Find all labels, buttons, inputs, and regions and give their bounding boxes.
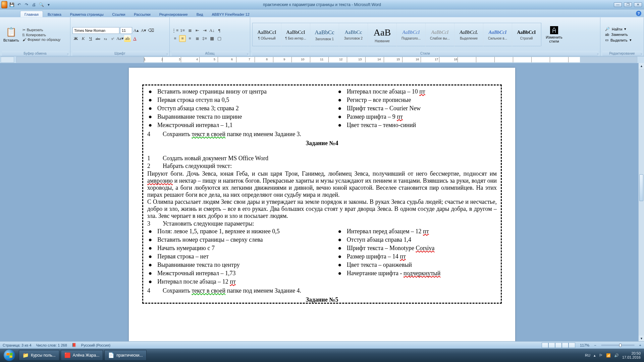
font-size-select[interactable]: 11: [120, 27, 132, 34]
tray-language[interactable]: RU: [585, 353, 590, 357]
select-button[interactable]: ▭Выделить ▾: [605, 38, 632, 42]
underline-button[interactable]: Ч: [87, 35, 94, 42]
scroll-up-button[interactable]: ▲: [639, 63, 644, 69]
status-page[interactable]: Страница: 3 из 4: [3, 343, 32, 347]
view-buttons[interactable]: [542, 343, 575, 348]
list-item: ●Вставить номер страницы – сверху слева: [147, 236, 323, 243]
group-styles-label: Стили: [252, 51, 598, 56]
taskbar-item-2[interactable]: 📄практически...: [104, 350, 146, 361]
justify-button[interactable]: ≣: [194, 35, 201, 42]
redo-button[interactable]: ↷: [23, 2, 30, 8]
tab-page-layout[interactable]: Разметка страницы: [66, 11, 108, 17]
copy-button[interactable]: ⎘Копировать: [22, 33, 61, 37]
borders-button[interactable]: ▢: [216, 35, 223, 42]
tab-view[interactable]: Вид: [193, 11, 207, 17]
undo-button[interactable]: ↶: [16, 2, 22, 8]
font-color-button[interactable]: A: [131, 35, 138, 42]
scroll-down-button[interactable]: ▼: [639, 336, 644, 341]
font-family-select[interactable]: Times New Roman: [72, 27, 119, 34]
clear-formatting-button[interactable]: ⌫: [148, 27, 154, 34]
tab-review[interactable]: Рецензирование: [155, 11, 192, 17]
list-item: ●Интервал после абзаца – 10 пт: [337, 88, 497, 95]
tab-references[interactable]: Ссылки: [108, 11, 129, 17]
paste-button[interactable]: 📋 Вставить: [2, 25, 20, 44]
format-painter-button[interactable]: 🖌Формат по образцу: [22, 38, 61, 42]
zoom-value[interactable]: 117%: [580, 343, 589, 347]
tab-abbyy[interactable]: ABBYY FineReader 12: [208, 11, 254, 17]
style-item-9[interactable]: AaBbCcIСтрогий: [512, 23, 541, 47]
print-button[interactable]: 🖨: [31, 2, 37, 8]
tray-volume-icon[interactable]: 🔊: [614, 353, 619, 358]
preview-button[interactable]: 🔍: [38, 2, 44, 8]
superscript-button[interactable]: x²: [109, 35, 116, 42]
style-item-6[interactable]: AaBbCcIСлабое вы...: [426, 23, 454, 47]
minimize-button[interactable]: —: [614, 2, 622, 7]
increase-indent-button[interactable]: ⇥: [201, 27, 208, 34]
style-item-2[interactable]: AaBbCcЗаголовок 1: [310, 23, 339, 47]
change-styles-button[interactable]: 🅰 Изменить стили: [543, 23, 565, 46]
style-item-8[interactable]: AaBbCcIСильное в...: [483, 23, 512, 47]
maximize-button[interactable]: ❐: [624, 2, 632, 7]
find-button[interactable]: 🔎Найти ▾: [605, 27, 632, 31]
help-icon[interactable]: ?: [636, 11, 641, 16]
style-item-4[interactable]: AaBНазвание: [368, 23, 397, 47]
office-button[interactable]: [1, 2, 7, 8]
close-button[interactable]: ✕: [634, 2, 642, 7]
paste-label: Вставить: [3, 38, 19, 42]
shrink-font-button[interactable]: A▾: [140, 27, 147, 34]
list-item: ●Выравнивание текста по ширине: [147, 113, 323, 120]
status-word-count[interactable]: Число слов: 1 268: [36, 343, 67, 347]
list-item: ●Первая строка – нет: [147, 253, 323, 260]
zoom-in-button[interactable]: +: [639, 343, 641, 347]
tray-network-icon[interactable]: 📶: [606, 353, 611, 358]
taskbar-item-0[interactable]: 📁Курсы поль...: [19, 350, 59, 361]
tab-mailings[interactable]: Рассылки: [130, 11, 154, 17]
status-language[interactable]: Русский (Россия): [81, 343, 110, 347]
taskbar-item-1[interactable]: 🟥Алёна Жара...: [61, 350, 103, 361]
numbering-button[interactable]: 1≡: [179, 27, 186, 34]
align-left-button[interactable]: ≡: [172, 35, 178, 42]
document-area[interactable]: ●Вставить номер страницы внизу от центра…: [0, 63, 644, 341]
cut-button[interactable]: ✂Вырезать: [22, 28, 61, 32]
bullets-button[interactable]: ⋮≡: [172, 27, 178, 34]
subscript-button[interactable]: x₂: [102, 35, 109, 42]
task-title-4: Задание №4: [147, 140, 497, 147]
italic-button[interactable]: К: [80, 35, 87, 42]
style-item-0[interactable]: AaBbCcI¶ Обычный: [253, 23, 281, 47]
horizontal-ruler[interactable]: 123456789101112131415161718: [16, 57, 637, 63]
tray-flag-icon[interactable]: 🏳: [599, 353, 603, 357]
show-marks-button[interactable]: ¶: [216, 27, 223, 34]
change-case-button[interactable]: Aa▾: [117, 35, 123, 42]
replace-button[interactable]: abЗаменить: [605, 33, 632, 37]
shading-button[interactable]: ▦: [209, 35, 215, 42]
style-item-5[interactable]: AaBbCcIПодзаголо...: [397, 23, 426, 47]
zoom-out-button[interactable]: −: [594, 343, 596, 347]
strike-button[interactable]: abc: [95, 35, 101, 42]
proofing-icon[interactable]: 📕: [72, 343, 76, 347]
start-button[interactable]: [1, 349, 17, 361]
decrease-indent-button[interactable]: ⇤: [194, 27, 201, 34]
tab-home[interactable]: Главная: [20, 11, 43, 17]
grow-font-button[interactable]: A▴: [133, 27, 140, 34]
style-item-3[interactable]: AaBbCcЗаголовок 2: [339, 23, 368, 47]
ruler-corner[interactable]: [1, 57, 14, 63]
save-button[interactable]: 💾: [9, 2, 15, 8]
qat-dropdown[interactable]: ▾: [46, 2, 52, 8]
sort-button[interactable]: A↓: [209, 27, 215, 34]
scroll-thumb[interactable]: [639, 174, 643, 201]
multilevel-button[interactable]: ≣: [186, 27, 193, 34]
highlight-button[interactable]: ab: [124, 35, 131, 42]
tray-clock[interactable]: 20:50 17.01.2016: [622, 351, 641, 359]
tab-insert[interactable]: Вставка: [44, 11, 65, 17]
tray-chevron-icon[interactable]: ▴: [594, 353, 596, 358]
style-item-1[interactable]: AaBbCcI¶ Без интер...: [281, 23, 310, 47]
zoom-slider[interactable]: [601, 345, 635, 346]
document-page[interactable]: ●Вставить номер страницы внизу от центра…: [129, 68, 515, 341]
styles-gallery[interactable]: AaBbCcI¶ ОбычныйAaBbCcI¶ Без интер...AaB…: [252, 23, 541, 46]
style-item-7[interactable]: AaBbCcLВыделение: [454, 23, 483, 47]
align-right-button[interactable]: ≡: [186, 35, 193, 42]
line-spacing-button[interactable]: ‡≡: [201, 35, 208, 42]
bold-button[interactable]: Ж: [72, 35, 79, 42]
vertical-scrollbar[interactable]: ▲ ▼: [638, 63, 644, 341]
align-center-button[interactable]: ≡: [179, 35, 186, 42]
